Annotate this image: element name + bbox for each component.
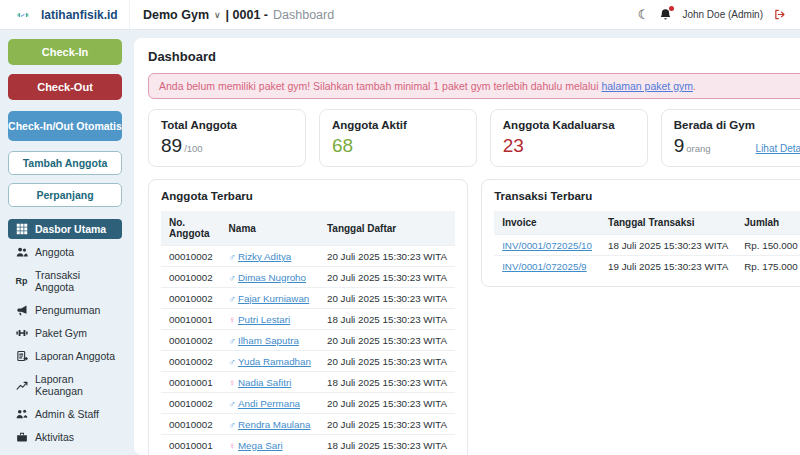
transaction-amount: Rp. 175.000	[736, 256, 800, 277]
member-date: 20 Juli 2025 15:30:23 WITA	[319, 288, 455, 309]
member-no: 00010002	[161, 330, 221, 351]
member-no: 00010002	[161, 267, 221, 288]
transaction-amount: Rp. 150.000	[736, 235, 800, 256]
sidebar-item-label: Dasbor Utama	[35, 223, 106, 235]
member-name-link[interactable]: Nadia Safitri	[238, 377, 291, 388]
member-date: 20 Juli 2025 15:30:23 WITA	[319, 393, 455, 414]
card-anggota-kadaluarsa: Anggota Kadaluarsa 23	[490, 109, 648, 167]
male-icon: ♂	[229, 251, 236, 262]
user-name[interactable]: John Doe (Admin)	[682, 9, 763, 20]
invoice-link[interactable]: INV/0001/072025/9	[502, 261, 586, 272]
table-row: 00010002 ♂Yuda Ramadhan 20 Juli 2025 15:…	[161, 351, 455, 372]
card-title: Anggota Kadaluarsa	[503, 119, 635, 131]
col-header: Invoice	[494, 211, 600, 235]
gym-code: | 0001 -	[226, 8, 268, 22]
finance-chart-icon	[15, 379, 28, 391]
renew-button[interactable]: Perpanjang	[8, 183, 122, 207]
male-icon: ♂	[229, 356, 236, 367]
check-in-button[interactable]: Check-In	[8, 39, 122, 65]
table-row: INV/0001/072025/9 19 Juli 2025 15:30:23 …	[494, 256, 800, 277]
col-header: Tanggal Daftar	[319, 211, 455, 246]
current-page-label: Dashboard	[273, 8, 334, 22]
table-row: 00010002 ♂Ilham Saputra 20 Juli 2025 15:…	[161, 330, 455, 351]
sidebar-item-label: Pengumuman	[35, 304, 100, 316]
dumbbell-check-logo-icon	[10, 9, 36, 21]
sidebar-item-paket-gym[interactable]: Paket Gym	[8, 323, 122, 343]
sidebar-menu: Dasbor Utama Anggota Rp Transaksi Anggot…	[8, 219, 122, 455]
brand-logo[interactable]: latihanfisik.id	[0, 0, 130, 29]
member-name-link[interactable]: Fajar Kurniawan	[238, 293, 309, 304]
sidebar-item-laporan-keuangan[interactable]: Laporan Keuangan	[8, 369, 122, 401]
admin-staff-icon	[15, 408, 28, 420]
member-name-link[interactable]: Rizky Aditya	[238, 251, 291, 262]
dashboard-panel: Dashboard Anda belum memiliki paket gym!…	[134, 38, 800, 455]
expired-value: 23	[503, 135, 524, 157]
brand-name: latihanfisik.id	[41, 8, 118, 22]
chevron-down-icon[interactable]: ∨	[214, 10, 221, 20]
alert-text: Anda belum memiliki paket gym! Silahkan …	[159, 80, 601, 92]
rupiah-icon: Rp	[15, 277, 28, 286]
sidebar-item-label: Transaksi Anggota	[35, 269, 115, 293]
users-icon	[15, 246, 28, 258]
dark-mode-moon-icon[interactable]: ☾	[638, 8, 650, 21]
table-row: 00010001 ♀Nadia Safitri 18 Juli 2025 15:…	[161, 372, 455, 393]
member-name-link[interactable]: Andi Permana	[238, 398, 300, 409]
check-out-button[interactable]: Check-Out	[8, 74, 122, 100]
sidebar-item-label: Laporan Anggota	[35, 350, 115, 362]
col-header: Jumlah	[736, 211, 800, 235]
member-name-link[interactable]: Rendra Maulana	[238, 419, 310, 430]
member-name-link[interactable]: Putri Lestari	[238, 314, 290, 325]
add-member-button[interactable]: Tambah Anggota	[8, 151, 122, 175]
sidebar-item-label: Laporan Keuangan	[35, 373, 115, 397]
notification-badge	[669, 6, 674, 11]
member-no: 00010001	[161, 372, 221, 393]
member-date: 20 Juli 2025 15:30:23 WITA	[319, 330, 455, 351]
member-date: 20 Juli 2025 15:30:23 WITA	[319, 351, 455, 372]
male-icon: ♂	[229, 293, 236, 304]
member-date: 18 Juli 2025 15:30:23 WITA	[319, 309, 455, 330]
sidebar-item-dasbor-utama[interactable]: Dasbor Utama	[8, 219, 122, 239]
members-title: Anggota Terbaru	[161, 190, 455, 202]
table-row: INV/0001/072025/10 18 Juli 2025 15:30:23…	[494, 235, 800, 256]
auto-check-in-out-button[interactable]: Check-In/Out Otomatis	[8, 111, 122, 141]
table-row: 00010001 ♀Putri Lestari 18 Juli 2025 15:…	[161, 309, 455, 330]
member-no: 00010002	[161, 288, 221, 309]
megaphone-icon	[15, 304, 28, 316]
female-icon: ♀	[229, 377, 236, 388]
member-name-link[interactable]: Yuda Ramadhan	[238, 356, 311, 367]
breadcrumb: Demo Gym ∨ | 0001 - Dashboard	[130, 8, 334, 22]
male-icon: ♂	[229, 335, 236, 346]
sidebar-item-transaksi-anggota[interactable]: Rp Transaksi Anggota	[8, 265, 122, 297]
table-row: 00010002 ♂Fajar Kurniawan 20 Juli 2025 1…	[161, 288, 455, 309]
invoice-link[interactable]: INV/0001/072025/10	[502, 240, 592, 251]
member-name-link[interactable]: Dimas Nugroho	[238, 272, 306, 283]
page-title: Dashboard	[148, 49, 800, 64]
sidebar-item-pengaturan[interactable]: ⚙ Pengaturan	[8, 450, 122, 455]
lihat-detail-link[interactable]: Lihat Detail	[756, 143, 800, 154]
members-table: No. Anggota Nama Tanggal Daftar 00010002…	[161, 211, 455, 455]
notifications-bell-icon[interactable]	[659, 8, 672, 21]
male-icon: ♂	[229, 419, 236, 430]
member-no: 00010002	[161, 351, 221, 372]
sidebar: Check-In Check-Out Check-In/Out Otomatis…	[0, 30, 130, 455]
sidebar-item-admin-staff[interactable]: Admin & Staff	[8, 404, 122, 424]
briefcase-icon	[15, 431, 28, 443]
card-berada-di-gym: Berada di Gym 9 orang Lihat Detail	[661, 109, 800, 167]
members-panel: Anggota Terbaru No. Anggota Nama Tanggal…	[148, 179, 468, 455]
sidebar-item-aktivitas[interactable]: Aktivitas	[8, 427, 122, 447]
col-header: Nama	[221, 211, 319, 246]
sidebar-item-pengumuman[interactable]: Pengumuman	[8, 300, 122, 320]
female-icon: ♀	[229, 314, 236, 325]
member-name-link[interactable]: Ilham Saputra	[238, 335, 299, 346]
table-row: 00010001 ♀Mega Sari 18 Juli 2025 15:30:2…	[161, 435, 455, 455]
sidebar-item-anggota[interactable]: Anggota	[8, 242, 122, 262]
logout-icon[interactable]	[773, 8, 786, 21]
member-no: 00010002	[161, 393, 221, 414]
paket-gym-link[interactable]: halaman paket gym	[601, 80, 693, 92]
sidebar-item-label: Anggota	[35, 246, 74, 258]
col-header: No. Anggota	[161, 211, 221, 246]
stat-cards: Total Anggota 89 /100 Anggota Aktif 68 A…	[148, 109, 800, 167]
card-title: Berada di Gym	[674, 119, 800, 131]
member-name-link[interactable]: Mega Sari	[238, 440, 283, 451]
sidebar-item-laporan-anggota[interactable]: Laporan Anggota	[8, 346, 122, 366]
